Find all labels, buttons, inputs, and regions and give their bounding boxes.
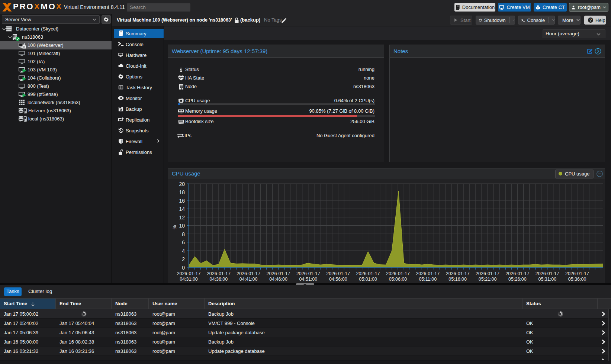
svg-text:%: % [172,225,177,229]
svg-text:2026-01-17: 2026-01-17 [177,271,201,276]
svg-text:04:31:00: 04:31:00 [180,277,198,282]
svg-text:05:06:00: 05:06:00 [389,277,407,282]
svg-text:2026-01-17: 2026-01-17 [267,271,290,276]
svg-text:05:36:00: 05:36:00 [568,277,586,282]
svg-text:2026-01-17: 2026-01-17 [356,271,380,276]
svg-text:2026-01-17: 2026-01-17 [416,271,440,276]
svg-text:2026-01-17: 2026-01-17 [565,271,589,276]
svg-text:2026-01-17: 2026-01-17 [386,271,410,276]
svg-text:2026-01-17: 2026-01-17 [505,271,529,276]
svg-text:4: 4 [182,248,185,254]
svg-text:2026-01-17: 2026-01-17 [207,271,231,276]
svg-text:12: 12 [179,215,185,220]
svg-text:2026-01-17: 2026-01-17 [536,271,559,276]
svg-text:05:31:00: 05:31:00 [538,277,556,282]
svg-text:04:56:00: 04:56:00 [329,277,347,282]
svg-text:0: 0 [182,265,185,271]
svg-text:8: 8 [182,231,185,237]
svg-text:05:26:00: 05:26:00 [508,277,527,282]
svg-text:05:11:00: 05:11:00 [419,277,437,282]
svg-text:05:16:00: 05:16:00 [448,277,467,282]
svg-text:04:36:00: 04:36:00 [210,277,228,282]
svg-text:2026-01-17: 2026-01-17 [326,271,350,276]
svg-text:2026-01-17: 2026-01-17 [237,271,260,276]
svg-text:10: 10 [179,223,185,229]
svg-text:18: 18 [179,189,185,195]
svg-text:04:41:00: 04:41:00 [239,277,258,282]
svg-text:6: 6 [182,239,185,245]
svg-text:05:01:00: 05:01:00 [359,277,377,282]
svg-text:20: 20 [179,181,185,187]
svg-text:2026-01-17: 2026-01-17 [446,271,470,276]
svg-text:2026-01-17: 2026-01-17 [476,271,499,276]
svg-text:05:21:00: 05:21:00 [479,277,497,282]
svg-text:14: 14 [179,206,185,212]
svg-text:2026-01-17: 2026-01-17 [296,271,320,276]
svg-text:04:46:00: 04:46:00 [269,277,287,282]
svg-text:2: 2 [182,256,185,262]
svg-text:04:51:00: 04:51:00 [299,277,318,282]
svg-text:16: 16 [179,198,185,204]
